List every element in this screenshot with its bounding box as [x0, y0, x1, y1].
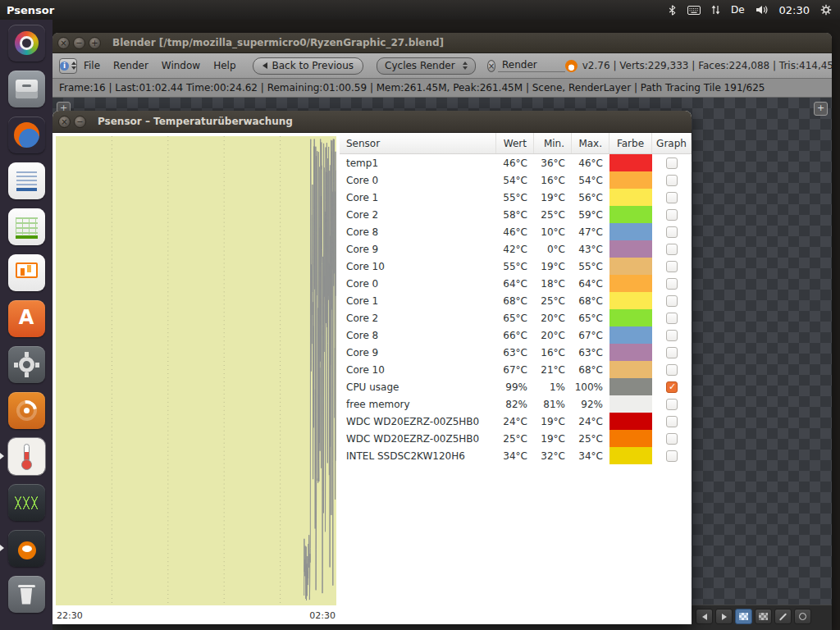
launcher-item-settings[interactable]	[0, 341, 52, 387]
blender-titlebar[interactable]: × − + Blender [/tmp/mozilla_supermicro0/…	[52, 33, 832, 53]
frame-back-button[interactable]	[696, 609, 713, 624]
updown-arrows-icon[interactable]	[711, 5, 720, 15]
launcher-item-monitor[interactable]	[0, 479, 52, 525]
sensor-row[interactable]: Core 258°C25°C59°C	[340, 206, 692, 223]
sensor-row[interactable]: Core 064°C18°C64°C	[340, 275, 692, 292]
sensor-graph-checkbox[interactable]	[666, 244, 678, 255]
sensor-row[interactable]: WDC WD20EZRZ-00Z5HB025°C19°C25°C	[340, 430, 692, 447]
sensor-row[interactable]: Core 866°C20°C67°C	[340, 326, 692, 344]
maximize-icon[interactable]: +	[89, 37, 101, 49]
active-app-title: Psensor	[7, 4, 54, 16]
sensor-row[interactable]: free memory82%81%92%	[340, 395, 692, 413]
sensor-graph-checkbox[interactable]	[666, 175, 678, 186]
sensor-table-header: Sensor Wert Min. Max. Farbe Graph	[340, 133, 692, 154]
sensor-row[interactable]: Core 1067°C21°C68°C	[340, 361, 692, 378]
launcher-item-blender[interactable]	[0, 525, 52, 571]
keyboard-icon[interactable]	[687, 6, 701, 15]
sensor-graph-checkbox[interactable]	[666, 209, 678, 221]
sensor-graph-checkbox[interactable]	[666, 450, 678, 462]
sensor-row[interactable]: Core 168°C25°C68°C	[340, 292, 692, 309]
column-header-sensor[interactable]: Sensor	[340, 133, 496, 153]
launcher-item-calc[interactable]	[0, 203, 52, 249]
close-icon[interactable]: ×	[58, 116, 71, 128]
sensor-graph-checkbox[interactable]	[666, 295, 678, 307]
display-alpha-button[interactable]	[735, 609, 752, 624]
system-settings-icon	[8, 346, 45, 383]
close-icon[interactable]: ×	[57, 37, 70, 49]
column-header-farbe[interactable]: Farbe	[609, 133, 652, 153]
sensor-graph-checkbox[interactable]	[666, 226, 678, 238]
column-header-max[interactable]: Max.	[572, 133, 609, 153]
launcher-item-software[interactable]	[0, 295, 52, 341]
files-icon	[8, 71, 45, 107]
render-engine-select[interactable]: Cycles Render	[377, 57, 476, 75]
sensor-graph-checkbox[interactable]	[666, 381, 678, 393]
render-job-field[interactable]: Render	[498, 59, 565, 72]
bluetooth-icon[interactable]	[668, 5, 677, 16]
region-expand-right-icon[interactable]: +	[814, 102, 828, 116]
sensor-graph-cell	[652, 430, 692, 447]
psensor-titlebar[interactable]: × − Psensor – Temperaturüberwachung	[52, 111, 692, 133]
launcher-item-firefox[interactable]	[0, 112, 52, 158]
launcher-item-impress[interactable]	[0, 249, 52, 295]
launcher-item-psensor[interactable]	[0, 433, 52, 479]
sensor-row[interactable]: Core 1055°C19°C55°C	[340, 258, 692, 275]
sensor-row[interactable]: Core 155°C19°C56°C	[340, 189, 692, 206]
column-header-min[interactable]: Min.	[534, 133, 572, 153]
minimize-icon[interactable]: −	[73, 37, 85, 49]
sensor-graph-checkbox[interactable]	[666, 278, 678, 290]
sensor-color-cell	[609, 223, 652, 240]
paint-mode-button[interactable]	[774, 609, 792, 624]
pencil-icon	[779, 613, 787, 620]
session-gear-icon[interactable]	[820, 4, 832, 16]
sensor-graph-checkbox[interactable]	[666, 364, 678, 376]
sensor-row[interactable]: Core 942°C0°C43°C	[340, 240, 692, 258]
sensor-name-cell: Core 9	[340, 344, 496, 361]
sensor-row[interactable]: INTEL SSDSC2KW120H634°C32°C34°C	[340, 447, 692, 464]
launcher-item-trash[interactable]	[0, 571, 52, 617]
running-indicator	[0, 453, 4, 459]
minimize-icon[interactable]: −	[74, 116, 86, 128]
sensor-graph-checkbox[interactable]	[666, 433, 678, 445]
editor-type-button[interactable]: i	[59, 58, 77, 74]
sensor-row[interactable]: WDC WD20EZRZ-00Z5HB024°C19°C24°C	[340, 413, 692, 430]
menu-window[interactable]: Window	[155, 60, 207, 71]
sensor-graph-checkbox[interactable]	[666, 416, 678, 427]
clock[interactable]: 02:30	[779, 4, 810, 16]
sensor-row[interactable]: temp146°C36°C46°C	[340, 154, 692, 171]
sensor-value-cell: 24°C	[496, 413, 534, 430]
volume-icon[interactable]	[756, 5, 769, 15]
launcher-item-tool[interactable]	[0, 387, 52, 433]
sensor-row[interactable]: Core 265°C20°C65°C	[340, 309, 692, 326]
sensor-graph-checkbox[interactable]	[666, 330, 678, 341]
sensor-row[interactable]: Core 963°C16°C63°C	[340, 344, 692, 361]
sensor-graph-checkbox[interactable]	[666, 313, 678, 324]
display-color-button[interactable]	[755, 609, 772, 624]
sensor-row[interactable]: Core 054°C16°C54°C	[340, 171, 692, 189]
sensor-graph-checkbox[interactable]	[666, 261, 678, 272]
window-title: Psensor – Temperaturüberwachung	[98, 116, 293, 127]
sensor-name-cell: WDC WD20EZRZ-00Z5HB0	[340, 413, 496, 430]
frame-forward-button[interactable]	[715, 609, 733, 624]
column-header-wert[interactable]: Wert	[496, 133, 534, 153]
sensor-name-cell: Core 2	[340, 309, 496, 326]
menu-render[interactable]: Render	[107, 60, 155, 71]
sensor-graph-checkbox[interactable]	[666, 347, 678, 358]
launcher-item-dash[interactable]	[0, 20, 52, 66]
mask-mode-button[interactable]	[794, 609, 811, 624]
column-header-graph[interactable]: Graph	[652, 133, 692, 153]
back-to-previous-button[interactable]: Back to Previous	[253, 57, 364, 75]
launcher-item-files[interactable]	[0, 66, 52, 112]
sensor-row[interactable]: CPU usage99%1%100%	[340, 378, 692, 395]
sensor-name-cell: Core 0	[340, 171, 496, 189]
cancel-render-icon[interactable]: ×	[487, 60, 495, 72]
keyboard-layout-indicator[interactable]: De	[731, 4, 745, 16]
sensor-graph-checkbox[interactable]	[666, 399, 678, 410]
sensor-graph-checkbox[interactable]	[666, 158, 678, 169]
menu-file[interactable]: File	[77, 60, 107, 71]
sensor-row[interactable]: Core 846°C10°C47°C	[340, 223, 692, 240]
menu-help[interactable]: Help	[207, 60, 242, 71]
launcher-item-writer[interactable]	[0, 158, 52, 203]
sensor-min-cell: 10°C	[534, 223, 572, 240]
sensor-graph-checkbox[interactable]	[666, 192, 678, 203]
